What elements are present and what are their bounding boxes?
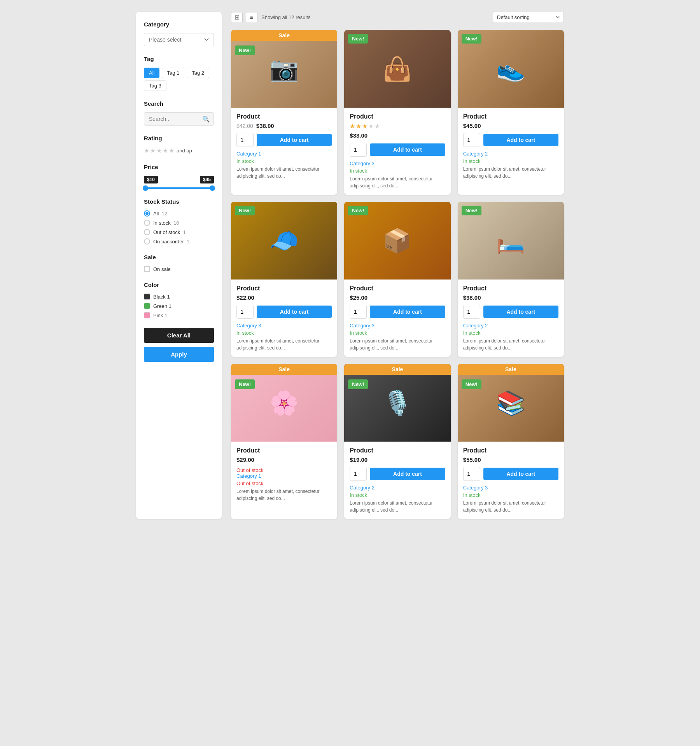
product-star: ★ — [362, 122, 368, 130]
color-section: Color Black 1 Green 1 Pink 1 — [144, 281, 214, 318]
quantity-input[interactable] — [350, 305, 367, 319]
clear-all-button[interactable]: Clear All — [144, 328, 214, 343]
quantity-input[interactable] — [350, 143, 367, 157]
quantity-input[interactable] — [463, 305, 480, 319]
product-image: 👜 New! — [344, 30, 450, 108]
add-to-cart-button[interactable]: Add to cart — [370, 143, 445, 156]
price-section: Price $10 $45 — [144, 164, 214, 189]
color-label: Green 1 — [153, 303, 172, 309]
product-price: $19.00 — [350, 456, 445, 463]
product-category[interactable]: Category 2 — [350, 485, 445, 491]
product-image: 👟 New! — [458, 30, 564, 108]
product-body: Product $29.00 Out of stock Category 1 O… — [231, 442, 337, 507]
stock-radio-list: All 12 In stock 10 Out of stock 1 On bac… — [144, 210, 214, 245]
new-badge: New! — [235, 206, 255, 215]
add-to-cart-row: Add to cart — [463, 305, 558, 319]
view-controls: ⊞ ≡ — [231, 12, 257, 23]
add-to-cart-button[interactable]: Add to cart — [483, 134, 558, 146]
stock-option-in-stock[interactable]: In stock 10 — [144, 220, 214, 226]
search-section: Search 🔍 — [144, 100, 214, 126]
sort-select[interactable]: Default sortingSort by popularitySort by… — [493, 12, 564, 23]
quantity-input[interactable] — [236, 133, 254, 147]
category-select[interactable]: Please select — [144, 33, 214, 46]
price-thumb-min[interactable] — [143, 185, 148, 191]
product-image: 🧢 New! — [231, 202, 337, 280]
product-card: 📚 Sale New! Product $55.00 Add to cart C… — [458, 364, 564, 519]
product-body: Product $25.00 Add to cart Category 3 In… — [344, 280, 450, 357]
new-badge: New! — [462, 34, 481, 44]
price-thumb-max[interactable] — [210, 185, 215, 191]
add-to-cart-button[interactable]: Add to cart — [257, 306, 332, 318]
top-bar: ⊞ ≡ Showing all 12 results Default sorti… — [231, 12, 564, 23]
quantity-input[interactable] — [463, 467, 480, 481]
stock-option-all[interactable]: All 12 — [144, 210, 214, 217]
tag-button-tag1[interactable]: Tag 1 — [162, 68, 184, 78]
price-new: $29.00 — [236, 456, 254, 463]
product-stock: In stock — [463, 492, 558, 498]
product-card: 🧢 New! Product $22.00 Add to cart Catego… — [231, 202, 337, 357]
add-to-cart-button[interactable]: Add to cart — [483, 306, 558, 318]
add-to-cart-button[interactable]: Add to cart — [483, 468, 558, 480]
price-new: $22.00 — [236, 294, 254, 301]
radio-label: Out of stock 1 — [153, 229, 186, 235]
add-to-cart-row: Add to cart — [350, 467, 445, 481]
new-badge: New! — [348, 34, 368, 44]
product-stock: In stock — [236, 158, 332, 164]
add-to-cart-button[interactable]: Add to cart — [370, 468, 445, 480]
price-labels: $10 $45 — [144, 176, 214, 183]
product-stock: Out of stock — [236, 480, 332, 486]
stock-option-out-of-stock[interactable]: Out of stock 1 — [144, 229, 214, 235]
add-to-cart-button[interactable]: Add to cart — [257, 134, 332, 146]
product-description: Lorem ipsum dolor sit amet, consectetur … — [236, 166, 332, 180]
radio-circle — [144, 220, 150, 226]
product-body: Product $42.00 $38.00 Add to cart Catego… — [231, 108, 337, 185]
product-category[interactable]: Category 1 — [236, 473, 332, 479]
product-category[interactable]: Category 1 — [236, 151, 332, 157]
stock-option-on-backorder[interactable]: On backorder 1 — [144, 238, 214, 245]
product-description: Lorem ipsum dolor sit amet, consectetur … — [236, 488, 332, 502]
product-category[interactable]: Category 3 — [236, 323, 332, 328]
tag-button-tag2[interactable]: Tag 2 — [187, 68, 209, 78]
new-badge: New! — [235, 45, 255, 55]
sale-label: On sale — [153, 266, 171, 272]
tag-button-all[interactable]: All — [144, 68, 159, 78]
grid-view-button[interactable]: ⊞ — [231, 12, 243, 23]
on-sale-checkbox[interactable]: On sale — [144, 266, 214, 272]
product-category[interactable]: Category 3 — [350, 323, 445, 328]
category-title: Category — [144, 21, 214, 28]
product-stock: In stock — [350, 168, 445, 174]
sale-title: Sale — [144, 254, 214, 260]
product-image: 🌸 Sale New! — [231, 364, 337, 442]
product-name: Product — [463, 113, 558, 120]
tag-button-tag3[interactable]: Tag 3 — [144, 80, 166, 91]
sale-checkbox-box[interactable] — [144, 266, 150, 272]
product-category[interactable]: Category 3 — [463, 485, 558, 491]
product-category[interactable]: Category 3 — [350, 161, 445, 166]
apply-button[interactable]: Apply — [144, 347, 214, 362]
price-slider-track[interactable] — [145, 187, 212, 189]
quantity-input[interactable] — [236, 305, 254, 319]
product-name: Product — [463, 285, 558, 292]
sidebar: Category Please select Tag AllTag 1Tag 2… — [136, 12, 222, 519]
product-price: $25.00 — [350, 294, 445, 301]
add-to-cart-row: Add to cart — [463, 467, 558, 481]
product-description: Lorem ipsum dolor sit amet, consectetur … — [350, 175, 445, 189]
product-category[interactable]: Category 2 — [463, 323, 558, 328]
quantity-input[interactable] — [463, 133, 480, 147]
list-view-button[interactable]: ≡ — [246, 12, 257, 23]
color-option-green[interactable]: Green 1 — [144, 303, 214, 309]
product-name: Product — [236, 447, 332, 454]
color-option-black[interactable]: Black 1 — [144, 294, 214, 300]
product-image: 📷 Sale New! — [231, 30, 337, 108]
sale-badge: Sale — [344, 364, 450, 375]
radio-circle — [144, 210, 150, 217]
price-new: $25.00 — [350, 294, 368, 301]
radio-label: In stock 10 — [153, 220, 179, 226]
stock-title: Stock Status — [144, 198, 214, 205]
product-category[interactable]: Category 2 — [463, 151, 558, 157]
color-option-pink[interactable]: Pink 1 — [144, 312, 214, 318]
quantity-input[interactable] — [350, 467, 367, 481]
add-to-cart-button[interactable]: Add to cart — [370, 306, 445, 318]
product-description: Lorem ipsum dolor sit amet, consectetur … — [236, 337, 332, 351]
product-image: 🎙️ Sale New! — [344, 364, 450, 442]
